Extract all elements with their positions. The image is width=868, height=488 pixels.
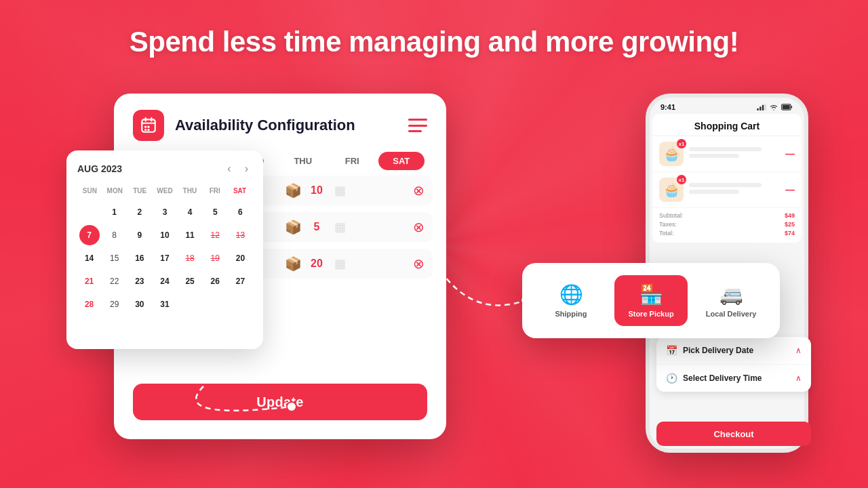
cal-next-btn[interactable]: › xyxy=(241,161,252,176)
total-value: $74 xyxy=(785,230,795,237)
cal-day-25[interactable]: 25 xyxy=(180,271,200,291)
cal-day-4[interactable]: 4 xyxy=(180,202,200,222)
cal-prev-btn[interactable]: ‹ xyxy=(223,161,235,176)
total-row: Total: $74 xyxy=(659,230,795,237)
cal-day-30[interactable]: 30 xyxy=(130,294,150,314)
app-icon xyxy=(133,110,164,141)
slot-count-3: 20 xyxy=(309,258,325,270)
battery-icon xyxy=(781,104,793,110)
svg-rect-11 xyxy=(765,104,766,110)
wifi-icon xyxy=(769,104,778,110)
cal-day-24[interactable]: 24 xyxy=(155,271,175,291)
cal-day-29[interactable]: 29 xyxy=(104,294,125,314)
day-thu[interactable]: THU xyxy=(280,152,327,170)
store-pickup-option[interactable]: 🏪 Store Pickup xyxy=(614,275,688,326)
delivery-time-row[interactable]: 🕐 Select Delivery Time ∧ xyxy=(656,365,811,392)
cal-day-27[interactable]: 27 xyxy=(230,271,250,291)
cal-day-3[interactable]: 3 xyxy=(155,202,175,222)
svg-rect-13 xyxy=(791,106,792,108)
clock-icon: 🕐 xyxy=(666,373,677,384)
taxes-value: $25 xyxy=(785,221,795,228)
local-delivery-icon: 🚐 xyxy=(719,283,743,306)
cal-day-9[interactable]: 9 xyxy=(130,225,150,245)
delivery-picker-card: 🌐 Shipping 🏪 Store Pickup 🚐 Local Delive… xyxy=(522,263,780,338)
cal-day-23[interactable]: 23 xyxy=(130,271,150,291)
cal-day-31[interactable]: 31 xyxy=(155,294,175,314)
cal-day-11[interactable]: 11 xyxy=(180,225,200,245)
shipping-option[interactable]: 🌐 Shipping xyxy=(534,275,608,326)
cart-item-1-bar2 xyxy=(689,154,739,158)
cal-empty-3 xyxy=(230,294,250,314)
subtotal-label: Subtotal: xyxy=(659,212,684,219)
cal-day-17[interactable]: 17 xyxy=(155,248,175,268)
delivery-time-left: 🕐 Select Delivery Time xyxy=(666,373,762,384)
phone-status xyxy=(757,104,793,110)
pick-delivery-date-row[interactable]: 📅 Pick Delivery Date ∧ xyxy=(656,337,811,365)
cal-day-22[interactable]: 22 xyxy=(104,271,125,291)
cart-item-2-info xyxy=(689,183,780,197)
cal-day-header-mon: MON xyxy=(102,184,127,197)
slot-remove-3[interactable]: ⊗ xyxy=(413,256,425,272)
cal-day-6[interactable]: 6 xyxy=(230,202,250,222)
taxes-label: Taxes: xyxy=(659,221,677,228)
local-delivery-option[interactable]: 🚐 Local Delivery xyxy=(694,275,768,326)
day-fri[interactable]: FRI xyxy=(329,152,376,170)
cal-month: AUG 2023 xyxy=(77,163,122,174)
cal-days-header: SUN MON TUE WED THU FRI SAT xyxy=(77,184,252,197)
day-sat-active[interactable]: SAT xyxy=(378,152,425,170)
slot-remove-2[interactable]: ⊗ xyxy=(413,219,425,235)
cal-day-empty xyxy=(79,202,100,222)
slot-grid-icon-1: ▦ xyxy=(334,183,346,198)
cal-day-19[interactable]: 19 xyxy=(205,248,225,268)
store-pickup-label: Store Pickup xyxy=(628,310,673,318)
cart-totals: Subtotal: $49 Taxes: $25 Total: $74 xyxy=(652,208,802,243)
shipping-icon: 🌐 xyxy=(559,283,583,306)
cal-day-28[interactable]: 28 xyxy=(79,294,100,314)
cal-day-14[interactable]: 14 xyxy=(79,248,100,268)
cal-day-26[interactable]: 26 xyxy=(205,271,225,291)
delivery-time-label: Select Delivery Time xyxy=(683,373,762,383)
cal-day-8[interactable]: 8 xyxy=(104,225,125,245)
cal-day-13[interactable]: 13 xyxy=(230,225,250,245)
cal-day-20[interactable]: 20 xyxy=(230,248,250,268)
cal-day-16[interactable]: 16 xyxy=(130,248,150,268)
cart-item-1-remove[interactable]: — xyxy=(785,148,795,159)
phone-notch: 9:41 xyxy=(650,98,804,114)
menu-icon[interactable] xyxy=(408,119,427,132)
svg-rect-9 xyxy=(760,106,762,110)
slot-grid-icon-3: ▦ xyxy=(334,256,346,271)
cal-grid: 1 2 3 4 5 6 7 8 9 10 11 12 13 14 15 16 1… xyxy=(77,201,252,338)
signal-icon xyxy=(757,104,766,110)
cart-item-1-badge: x1 xyxy=(677,139,686,148)
cal-header: AUG 2023 ‹ › xyxy=(77,161,252,176)
delivery-date-section: 📅 Pick Delivery Date ∧ 🕐 Select Delivery… xyxy=(656,337,811,392)
cal-nav[interactable]: ‹ › xyxy=(223,161,252,176)
cal-day-5[interactable]: 5 xyxy=(205,202,225,222)
cart-item-2-badge: x1 xyxy=(677,175,686,184)
cart-item-2-remove[interactable]: — xyxy=(785,184,795,195)
card-title: Availability Configuration xyxy=(175,117,397,134)
cal-empty-1 xyxy=(180,294,200,314)
cal-day-header-thu: THU xyxy=(177,184,202,197)
slot-grid-icon-2: ▦ xyxy=(334,220,346,235)
svg-point-4 xyxy=(144,126,146,128)
cal-day-7[interactable]: 7 xyxy=(79,225,100,245)
delivery-time-chevron: ∧ xyxy=(795,373,802,383)
update-button[interactable]: Update xyxy=(133,384,427,420)
slot-remove-1[interactable]: ⊗ xyxy=(413,182,425,199)
pick-date-left: 📅 Pick Delivery Date xyxy=(666,345,753,356)
cal-day-1[interactable]: 1 xyxy=(104,202,125,222)
cal-day-12[interactable]: 12 xyxy=(205,225,225,245)
cal-day-18[interactable]: 18 xyxy=(180,248,200,268)
headline: Spend less time managing and more growin… xyxy=(0,26,868,58)
cal-day-2[interactable]: 2 xyxy=(130,202,150,222)
cal-day-header-sun: SUN xyxy=(77,184,102,197)
cal-day-15[interactable]: 15 xyxy=(104,248,125,268)
cal-day-10[interactable]: 10 xyxy=(155,225,175,245)
cart-item-2-bar1 xyxy=(689,183,762,187)
cart-item-2-bar2 xyxy=(689,190,739,194)
cal-day-21[interactable]: 21 xyxy=(79,271,100,291)
checkout-button[interactable]: Checkout xyxy=(656,422,811,446)
slot-count-1: 10 xyxy=(309,184,325,197)
cart-item-1-img: 🧁 x1 xyxy=(659,142,684,166)
